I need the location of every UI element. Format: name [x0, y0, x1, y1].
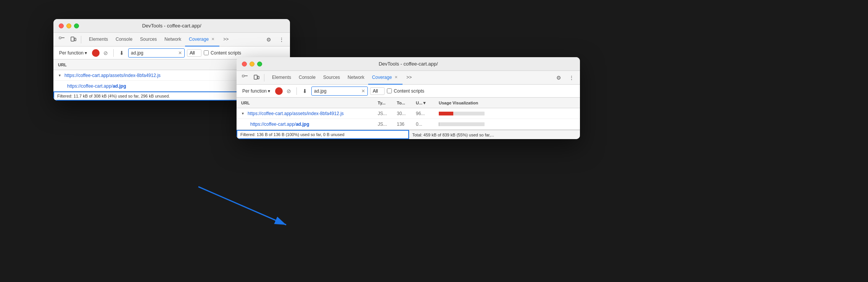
toolbar-sep-1	[81, 36, 81, 43]
all-select-wrap-2: All	[370, 87, 385, 95]
row-url-2-0: ▼ https://coffee-cart.app/assets/index-8…	[241, 111, 378, 116]
row-vis-2-0	[439, 112, 575, 115]
tab-coverage-1[interactable]: Coverage ✕	[185, 33, 219, 46]
url-text-1-1: https://coffee-cart.app/ad.jpg	[67, 83, 126, 89]
col-url-header-2: URL	[241, 101, 378, 105]
row-ty-2-1: JS...	[378, 122, 397, 127]
tab-more-2[interactable]: >>	[403, 71, 415, 85]
gear-icon-1[interactable]: ⚙	[263, 34, 274, 45]
content-scripts-checkbox-1[interactable]	[204, 50, 209, 55]
col-u-header-2: U...▼	[416, 101, 439, 105]
minimize-button-1[interactable]	[66, 23, 71, 28]
filter-sep-2	[296, 87, 297, 95]
window-title-2: DevTools - coffee-cart.app/	[378, 61, 438, 67]
tab-close-coverage-1[interactable]: ✕	[210, 37, 216, 42]
usage-bar-2-1	[439, 122, 485, 126]
content-scripts-checkbox-2[interactable]	[387, 88, 392, 93]
tab-network-1[interactable]: Network	[161, 33, 185, 46]
filter-bar-2: Per function ▾ ⊘ ⬇ ✕ All Content scripts	[237, 85, 580, 98]
gear-icon-2[interactable]: ⚙	[553, 72, 564, 83]
search-input-1[interactable]	[131, 50, 177, 56]
table-body-2: ▼ https://coffee-cart.app/assets/index-8…	[237, 108, 580, 130]
close-button-2[interactable]	[242, 61, 247, 66]
tab-console-1[interactable]: Console	[112, 33, 136, 46]
col-vis-header-2: Usage Visualization	[439, 101, 575, 105]
col-to-header-2: To...	[397, 101, 416, 105]
record-button-1[interactable]	[92, 49, 100, 57]
all-select-wrap-1: All	[187, 49, 201, 57]
search-clear-2[interactable]: ✕	[361, 88, 365, 94]
tab-sources-1[interactable]: Sources	[136, 33, 161, 46]
toolbar-right-2: ⚙ ⋮	[553, 72, 577, 83]
all-select-1[interactable]: All	[187, 49, 201, 57]
expand-icon-2-0: ▼	[241, 112, 245, 115]
download-button-2[interactable]: ⬇	[301, 87, 309, 95]
table-row-2-0[interactable]: ▼ https://coffee-cart.app/assets/index-8…	[237, 108, 580, 119]
download-button-1[interactable]: ⬇	[118, 49, 126, 57]
window-controls-2	[242, 61, 262, 66]
per-function-btn-2[interactable]: Per function ▾	[240, 87, 273, 95]
search-clear-1[interactable]: ✕	[178, 50, 182, 56]
status-bar-total-2: Total: 459 kB of 839 kB (55%) used so fa…	[409, 130, 580, 139]
per-function-btn-1[interactable]: Per function ▾	[56, 49, 90, 57]
row-url-2-1: https://coffee-cart.app/ad.jpg	[241, 122, 378, 127]
filter-sep-1	[113, 49, 114, 57]
row-vis-2-1	[439, 122, 575, 126]
usage-bar-used-2-1	[439, 122, 439, 126]
title-bar-1: DevTools - coffee-cart.app/	[53, 19, 290, 33]
row-to-2-0: 30...	[397, 111, 416, 116]
status-bar-filtered-2: Filtered: 136 B of 136 B (100%) used so …	[237, 130, 409, 139]
svg-line-5	[198, 187, 286, 225]
table-content-2: URL Ty... To... U...▼ Usage Visualizatio…	[237, 98, 580, 130]
search-wrap-2: ✕	[311, 87, 368, 96]
svg-rect-8	[254, 75, 257, 79]
svg-rect-3	[74, 38, 76, 41]
tab-elements-1[interactable]: Elements	[85, 33, 112, 46]
device-icon-2[interactable]	[251, 72, 262, 83]
tab-list-1: Elements Console Sources Network Coverag…	[85, 33, 262, 46]
tab-more-1[interactable]: >>	[219, 33, 232, 46]
device-icon[interactable]	[68, 34, 79, 45]
url-text-2-1: https://coffee-cart.app/ad.jpg	[250, 122, 309, 127]
tab-close-coverage-2[interactable]: ✕	[393, 75, 399, 80]
url-text-1-0: https://coffee-cart.app/assets/index-8bf…	[64, 73, 161, 78]
clear-button-1[interactable]: ⊘	[102, 49, 110, 57]
tab-console-2[interactable]: Console	[295, 71, 319, 85]
all-select-2[interactable]: All	[370, 87, 385, 95]
search-input-2[interactable]	[314, 88, 360, 94]
row-to-2-1: 136	[397, 122, 416, 127]
title-bar-2: DevTools - coffee-cart.app/	[237, 57, 580, 71]
more-icon-1[interactable]: ⋮	[276, 34, 287, 45]
minimize-button-2[interactable]	[250, 61, 254, 66]
chevron-down-icon-2: ▾	[268, 88, 270, 94]
url-bold-1-1: ad.jpg	[113, 83, 126, 89]
search-wrap-1: ✕	[128, 48, 185, 58]
clear-button-2[interactable]: ⊘	[285, 87, 293, 95]
tab-network-2[interactable]: Network	[344, 71, 368, 85]
tab-sources-2[interactable]: Sources	[319, 71, 344, 85]
svg-rect-2	[71, 37, 74, 41]
record-button-2[interactable]	[275, 87, 283, 95]
col-ty-header-2: Ty...	[378, 101, 397, 105]
toolbar-right-1: ⚙ ⋮	[263, 34, 287, 45]
table-row-2-1[interactable]: https://coffee-cart.app/ad.jpg JS... 136…	[237, 119, 580, 130]
maximize-button-2[interactable]	[257, 61, 262, 66]
svg-rect-0	[59, 37, 61, 39]
table-header-2: URL Ty... To... U...▼ Usage Visualizatio…	[237, 98, 580, 108]
inspector-icon-2[interactable]	[240, 72, 250, 83]
maximize-button-1[interactable]	[74, 23, 79, 28]
tab-elements-2[interactable]: Elements	[268, 71, 295, 85]
toolbar-sep-2	[264, 74, 264, 82]
svg-rect-6	[242, 75, 244, 77]
inspector-icon[interactable]	[56, 34, 67, 45]
content-scripts-wrap-1: Content scripts	[204, 50, 241, 56]
url-text-2-0: https://coffee-cart.app/assets/index-8bf…	[248, 111, 344, 116]
more-icon-2[interactable]: ⋮	[566, 72, 577, 83]
svg-rect-9	[258, 76, 259, 79]
usage-bar-2-0	[439, 112, 485, 115]
row-ty-2-0: JS...	[378, 111, 397, 116]
usage-bar-used-2-0	[439, 112, 453, 115]
status-container-2: Filtered: 136 B of 136 B (100%) used so …	[237, 130, 580, 139]
tab-coverage-2[interactable]: Coverage ✕	[368, 71, 403, 85]
close-button-1[interactable]	[59, 23, 64, 28]
